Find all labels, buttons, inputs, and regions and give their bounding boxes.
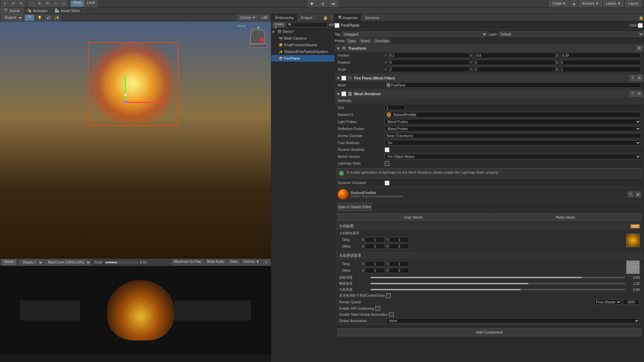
layout-button[interactable]: Layout <box>625 0 641 7</box>
add-component-button[interactable]: Add Component <box>337 328 641 336</box>
tiling1-y-input[interactable] <box>389 237 409 242</box>
layers-button[interactable]: Layers ▼ <box>603 0 624 7</box>
play-button[interactable]: ▶ <box>308 0 317 7</box>
object-enabled-checkbox[interactable] <box>335 23 339 28</box>
slider1[interactable] <box>371 277 625 278</box>
mesh-renderer-header[interactable]: ▼ 🖼 Mesh Renderer ? ⚙ <box>335 90 644 98</box>
create-button[interactable]: Create ▼ <box>273 22 285 27</box>
mesh-value[interactable]: ⬡ FirePlane <box>385 82 641 88</box>
copy-values-button[interactable]: Copy Values <box>338 214 489 221</box>
scene-audio-icon[interactable]: 🔊 <box>45 14 52 21</box>
hierarchy-item-postprocess[interactable]: 📦 PostProcessVolume <box>271 42 334 48</box>
game-close-button[interactable]: × <box>263 259 270 265</box>
light-probes-select[interactable]: Blend Probes <box>385 119 641 124</box>
mesh-renderer-settings-button[interactable]: ⚙ <box>636 91 642 97</box>
hierarchy-item-particle[interactable]: ✨ StylizedFireParitcleSystem <box>271 48 334 55</box>
scale-slider[interactable] <box>105 261 139 263</box>
shaded-select[interactable]: Shaded <box>1 15 23 21</box>
reflection-probes-select[interactable]: Blend Probes <box>385 126 641 131</box>
scene-persp-label[interactable]: Persp <box>237 24 246 28</box>
stats-button[interactable]: Stats <box>228 259 240 265</box>
tiling2-y-input[interactable] <box>389 261 409 266</box>
rot-z-input[interactable] <box>560 60 641 65</box>
hierarchy-item-fireplane[interactable]: 📦 FirePlane <box>271 55 334 62</box>
prefab-overrides-button[interactable]: Overrides <box>373 38 391 44</box>
collab-button[interactable]: Collab ▼ <box>549 0 569 7</box>
panel-more-button[interactable]: ⋮ <box>328 15 334 21</box>
maximize-button[interactable]: Maximize On Play <box>172 259 204 265</box>
paste-values-button[interactable]: Paste Values <box>490 214 641 221</box>
scale-z-input[interactable] <box>560 67 641 72</box>
inspector-scroll[interactable]: FirePlane Static Tag Untagged Layer Defa… <box>335 21 644 362</box>
scene-light-icon[interactable]: 💡 <box>36 14 43 21</box>
anchor-override-value[interactable]: None (Transform) <box>385 133 641 138</box>
texture2-preview[interactable]: Select <box>626 260 640 274</box>
scene-view[interactable]: ▲ Y Persp <box>0 21 271 258</box>
local-button[interactable]: Local <box>84 0 98 7</box>
mesh-filter-header[interactable]: ▼ ⬡ Fire Plane (Mesh Filter) ? ⚙ <box>335 74 644 82</box>
rot-y-input[interactable] <box>474 60 555 65</box>
inspector-tab[interactable]: 🔍 Inspector <box>335 14 362 21</box>
panel-lock-button[interactable]: 🔒 <box>322 15 328 21</box>
cloud-button[interactable]: ☁ <box>570 0 578 7</box>
pos-x-input[interactable] <box>389 53 470 58</box>
transform-settings-button[interactable]: ⚙ <box>636 45 642 51</box>
scale-icon[interactable]: ⤡ <box>52 0 59 7</box>
tiling2-x-input[interactable] <box>365 261 385 266</box>
scale-x-input[interactable] <box>389 67 470 72</box>
dynamic-occluded-checkbox[interactable]: ✓ <box>385 181 389 185</box>
gpu-instancing-checkbox[interactable] <box>375 306 380 311</box>
slider3[interactable] <box>371 289 625 290</box>
pivot-button[interactable]: Pivot <box>70 0 84 7</box>
gizmo-y-handle[interactable] <box>125 75 126 102</box>
global-illumination-select[interactable]: None <box>386 318 640 323</box>
tag-select[interactable]: Untagged <box>341 32 487 37</box>
hierarchy-search[interactable] <box>286 22 327 27</box>
hierarchy-item-demo[interactable]: ▸ 🎬 Demo* <box>271 28 334 35</box>
resolution-select[interactable]: MainCover (1950x1300) <box>45 259 91 265</box>
render-queue-select[interactable]: From Shader <box>594 299 622 305</box>
menu-icon[interactable]: ≡ <box>1 0 9 7</box>
step-button[interactable]: ⏭ <box>329 0 338 7</box>
size-input[interactable] <box>385 105 405 110</box>
scene-fx-icon[interactable]: ✨ <box>53 14 61 21</box>
gizmos-button[interactable]: Gizmos ▼ <box>237 15 258 21</box>
nav-cube-container[interactable]: ▲ Y <box>248 24 268 48</box>
lightmap-static-checkbox[interactable] <box>385 161 389 166</box>
pos-z-input[interactable] <box>560 53 641 58</box>
undo-icon[interactable]: ↺ <box>9 0 17 7</box>
mesh-filter-toggle[interactable] <box>341 76 346 80</box>
project-tab[interactable]: Project <box>298 14 316 21</box>
rot-x-input[interactable] <box>389 60 470 65</box>
cast-shadows-select[interactable]: On <box>385 140 641 145</box>
all-button[interactable]: ≡All <box>259 15 270 21</box>
transform-header[interactable]: ▼ ⊞ Transform ⚙ <box>335 45 644 52</box>
prefab-select-button[interactable]: Select <box>359 38 372 44</box>
layer-select[interactable]: Default <box>498 32 644 37</box>
mesh-filter-settings-button[interactable]: ⚙ <box>636 75 642 81</box>
rect-icon[interactable]: ▭ <box>60 0 67 7</box>
pause-button[interactable]: ⏸ <box>318 0 328 7</box>
hierarchy-tab[interactable]: ☰ Hierarchy <box>271 14 298 21</box>
gizmo-x-handle[interactable] <box>125 102 165 103</box>
account-button[interactable]: Account ▼ <box>579 0 602 7</box>
prefab-open-button[interactable]: Open <box>346 38 357 44</box>
redo-icon[interactable]: ↻ <box>17 0 25 7</box>
double-sided-gi-checkbox[interactable] <box>389 312 394 317</box>
services-tab[interactable]: Services <box>362 14 383 21</box>
tab-asset-store[interactable]: 🏪 Asset Store <box>51 7 84 14</box>
display-select[interactable]: Display 1 <box>19 259 44 265</box>
offset2-y-input[interactable] <box>389 268 409 273</box>
mesh-renderer-toggle[interactable] <box>341 92 346 96</box>
pos-y-input[interactable] <box>474 53 555 58</box>
shader-help-button[interactable]: ? <box>628 191 634 197</box>
twod-button[interactable]: 2D <box>24 14 35 21</box>
game-tab[interactable]: Game <box>1 259 16 265</box>
game-gizmos-button[interactable]: Gizmos ▼ <box>241 259 262 265</box>
select-icon[interactable]: ⬚ <box>28 0 35 7</box>
slider2[interactable] <box>371 283 625 284</box>
rotate-icon[interactable]: ↻ <box>44 0 51 7</box>
tab-animator[interactable]: 🎭 Animator <box>23 7 51 14</box>
mesh-filter-help-button[interactable]: ? <box>630 75 636 81</box>
render-queue-input[interactable] <box>623 299 640 305</box>
